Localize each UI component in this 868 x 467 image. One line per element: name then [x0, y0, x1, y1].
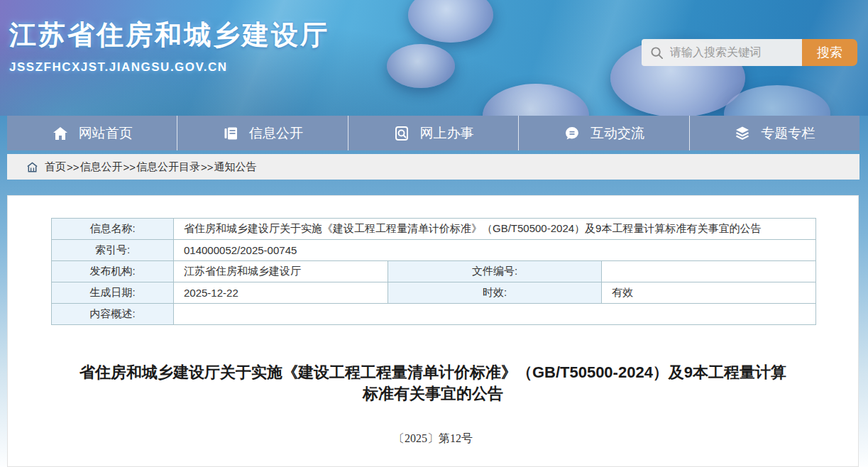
- info-name-label: 信息名称:: [52, 219, 174, 240]
- document-info-table: 信息名称: 省住房和城乡建设厅关于实施《建设工程工程量清单计价标准》（GB/T5…: [51, 218, 816, 325]
- publish-date-value: 2025-12-22: [174, 282, 388, 304]
- online-service-icon: [393, 125, 410, 142]
- breadcrumb-separator: >>: [67, 161, 79, 173]
- search-icon: [650, 46, 664, 60]
- breadcrumb-item-home[interactable]: 首页: [45, 160, 66, 174]
- table-row: 信息名称: 省住房和城乡建设厅关于实施《建设工程工程量清单计价标准》（GB/T5…: [52, 219, 816, 240]
- search-button[interactable]: 搜索: [802, 39, 857, 66]
- article-title: 省住房和城乡建设厅关于实施《建设工程工程量清单计价标准》（GB/T50500-2…: [75, 362, 791, 405]
- issuing-org-label: 发布机构:: [52, 261, 174, 282]
- nav-item-topics[interactable]: 专题专栏: [689, 116, 859, 150]
- header-photo-dome: [483, 84, 589, 116]
- publish-date-label: 生成日期:: [52, 282, 174, 304]
- site-title: 江苏省住房和城乡建设厅: [9, 17, 329, 53]
- table-row: 发布机构: 江苏省住房和城乡建设厅 文件编号:: [52, 261, 816, 282]
- nav-item-label: 网站首页: [79, 124, 133, 143]
- nav-item-label: 专题专栏: [761, 124, 815, 143]
- main-nav: 网站首页 信息公开 网上办事 互动交流 专题专栏: [7, 116, 859, 150]
- doc-number-label: 文件编号:: [388, 261, 602, 282]
- site-url: JSSZFHCXJST.JIANGSU.GOV.CN: [9, 60, 329, 75]
- search-input-wrap: [642, 39, 802, 66]
- breadcrumb-separator: >>: [201, 161, 214, 173]
- info-name-value: 省住房和城乡建设厅关于实施《建设工程工程量清单计价标准》（GB/T50500-2…: [174, 219, 816, 240]
- nav-item-interaction[interactable]: 互动交流: [518, 116, 688, 150]
- header-photo-dome: [387, 44, 455, 88]
- info-disclosure-icon: [222, 125, 239, 142]
- nav-item-online-service[interactable]: 网上办事: [348, 116, 518, 150]
- doc-number-value: [602, 261, 816, 282]
- breadcrumb-home-icon: [26, 161, 38, 173]
- site-brand: 江苏省住房和城乡建设厅 JSSZFHCXJST.JIANGSU.GOV.CN: [9, 17, 329, 75]
- main-content: 信息名称: 省住房和城乡建设厅关于实施《建设工程工程量清单计价标准》（GB/T5…: [7, 195, 859, 467]
- breadcrumb-item-notices[interactable]: 通知公告: [214, 160, 257, 174]
- home-icon: [52, 125, 69, 142]
- nav-item-home[interactable]: 网站首页: [7, 116, 177, 150]
- site-header: 江苏省住房和城乡建设厅 JSSZFHCXJST.JIANGSU.GOV.CN 搜…: [0, 0, 868, 116]
- validity-value: 有效: [602, 282, 816, 304]
- breadcrumb: 首页 >> 信息公开 >> 信息公开目录 >> 通知公告: [7, 154, 859, 180]
- index-number-value: 014000052/2025-00745: [174, 240, 816, 261]
- header-photo-dome: [724, 85, 830, 116]
- summary-value: [174, 304, 816, 325]
- summary-label: 内容概述:: [52, 304, 174, 325]
- search-input[interactable]: [670, 46, 791, 59]
- breadcrumb-separator: >>: [123, 161, 136, 173]
- header-photo-dome: [408, 0, 493, 43]
- table-row: 生成日期: 2025-12-22 时效: 有效: [52, 282, 816, 304]
- search-bar: 搜索: [642, 39, 857, 66]
- breadcrumb-item-directory[interactable]: 信息公开目录: [136, 160, 200, 174]
- validity-label: 时效:: [388, 282, 602, 304]
- interaction-icon: [564, 125, 581, 142]
- article-doc-number: 〔2025〕第12号: [8, 432, 858, 446]
- nav-item-info-disclosure[interactable]: 信息公开: [177, 116, 347, 150]
- topics-icon: [734, 125, 751, 142]
- breadcrumb-item-info-disclosure[interactable]: 信息公开: [80, 160, 123, 174]
- issuing-org-value: 江苏省住房和城乡建设厅: [174, 261, 388, 282]
- nav-item-label: 互动交流: [590, 124, 644, 143]
- table-row: 索引号: 014000052/2025-00745: [52, 240, 816, 261]
- index-number-label: 索引号:: [52, 240, 174, 261]
- nav-item-label: 网上办事: [420, 124, 474, 143]
- table-row: 内容概述:: [52, 304, 816, 325]
- nav-item-label: 信息公开: [249, 124, 303, 143]
